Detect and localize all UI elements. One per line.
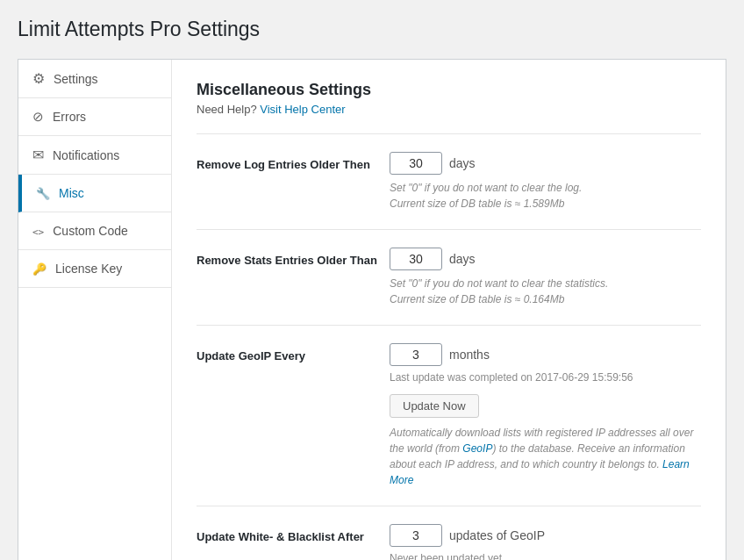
visit-help-center-link[interactable]: Visit Help Center [260, 103, 345, 116]
stats-entries-hint1: Set "0" if you do not want to clear the … [390, 276, 701, 291]
geoip-link[interactable]: GeoIP [462, 442, 492, 455]
key-icon [32, 261, 46, 276]
sidebar-item-license-key-label: License Key [55, 262, 122, 276]
sidebar-item-license-key[interactable]: License Key [18, 250, 171, 288]
code-icon [32, 223, 44, 239]
sidebar-item-settings-label: Settings [54, 72, 98, 86]
content-area: Miscellaneous Settings Need Help? Visit … [172, 60, 726, 560]
form-row-stats-entries: Remove Stats Entries Older Than days Set… [197, 248, 701, 326]
geoip-unit: months [449, 348, 490, 362]
geoip-last-update: Last update was completed on 2017-06-29 … [390, 371, 701, 384]
stats-entries-input[interactable] [390, 248, 442, 270]
main-container: Settings Errors Notifications Misc Custo… [18, 59, 726, 560]
help-prefix: Need Help? [197, 103, 257, 116]
form-row-log-entries: Remove Log Entries Older Then days Set "… [197, 152, 701, 230]
section-title: Miscellaneous Settings [197, 81, 701, 99]
page-title: Limit Attempts Pro Settings [18, 18, 726, 41]
wrench-icon [36, 185, 50, 201]
geoip-label: Update GeoIP Every [197, 343, 390, 364]
log-entries-control: days Set "0" if you do not want to clear… [390, 152, 701, 212]
sidebar-item-errors[interactable]: Errors [18, 98, 171, 136]
form-row-geoip: Update GeoIP Every months Last update wa… [197, 343, 701, 506]
whitelist-unit: updates of GeoIP [449, 528, 545, 542]
sidebar-item-notifications-label: Notifications [53, 148, 119, 162]
geoip-hint: Automatically download lists with regist… [390, 425, 701, 488]
log-entries-label: Remove Log Entries Older Then [197, 152, 390, 173]
divider-top [197, 133, 701, 134]
geoip-update-now-button[interactable]: Update Now [390, 394, 479, 418]
log-entries-input-row: days [390, 152, 701, 175]
page-wrapper: Limit Attempts Pro Settings Settings Err… [0, 0, 744, 560]
gear-icon [32, 70, 45, 87]
geoip-input[interactable] [390, 343, 442, 366]
log-entries-hint1: Set "0" if you do not want to clear the … [390, 180, 701, 196]
stats-entries-hint2: Current size of DB table is ≈ 0.164Mb [390, 291, 701, 307]
sidebar-item-custom-code-label: Custom Code [53, 224, 128, 238]
whitelist-input-row: updates of GeoIP [390, 524, 701, 547]
geoip-input-row: months [390, 343, 701, 366]
whitelist-label: Update White- & Blacklist After [197, 524, 390, 545]
log-entries-input[interactable] [390, 152, 442, 175]
sidebar-item-misc[interactable]: Misc [18, 175, 171, 212]
sidebar-item-settings[interactable]: Settings [18, 60, 171, 98]
whitelist-input[interactable] [390, 524, 442, 547]
sidebar-item-misc-label: Misc [59, 186, 84, 200]
whitelist-control: updates of GeoIP Never been updated yet … [390, 524, 701, 560]
log-entries-unit: days [449, 156, 476, 170]
sidebar-item-custom-code[interactable]: Custom Code [18, 212, 171, 250]
sidebar-item-notifications[interactable]: Notifications [18, 136, 171, 175]
sidebar-item-errors-label: Errors [53, 110, 86, 124]
stats-entries-input-row: days [390, 248, 701, 270]
geoip-control: months Last update was completed on 2017… [390, 343, 701, 488]
whitelist-never-updated: Never been updated yet [390, 552, 701, 560]
stats-entries-control: days Set "0" if you do not want to clear… [390, 248, 701, 307]
log-entries-hint2: Current size of DB table is ≈ 1.589Mb [390, 196, 701, 212]
sidebar: Settings Errors Notifications Misc Custo… [18, 60, 172, 560]
help-text: Need Help? Visit Help Center [197, 103, 701, 116]
form-row-whitelist: Update White- & Blacklist After updates … [197, 524, 701, 560]
envelope-icon [32, 147, 44, 163]
stats-entries-unit: days [449, 252, 476, 266]
stats-entries-label: Remove Stats Entries Older Than [197, 248, 390, 269]
error-icon [32, 109, 44, 125]
